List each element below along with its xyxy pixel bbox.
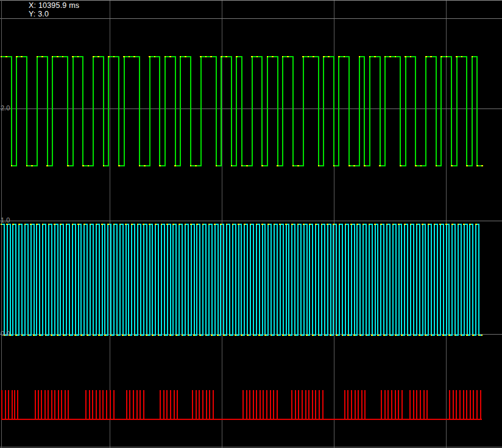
- waveform-viewer-window: X: 10395.9 ms Y: 3.0 2.0 1.0 0.0: [0, 0, 502, 448]
- cursor-readout-panel: X: 10395.9 ms Y: 3.0: [0, 0, 502, 18]
- y-tick-label-1: 1.0: [1, 216, 10, 224]
- cursor-y-readout: Y: 3.0: [29, 10, 502, 18]
- y-tick-label-0: 0.0: [1, 330, 10, 337]
- trace-green-data: [1, 57, 483, 166]
- cursor-x-readout: X: 10395.9 ms: [29, 1, 502, 10]
- trace-red-bursts: [1, 390, 482, 419]
- waveform-plot[interactable]: [0, 0, 502, 448]
- trace-cyan-clock: [1, 224, 482, 335]
- y-tick-label-2: 2.0: [1, 104, 10, 112]
